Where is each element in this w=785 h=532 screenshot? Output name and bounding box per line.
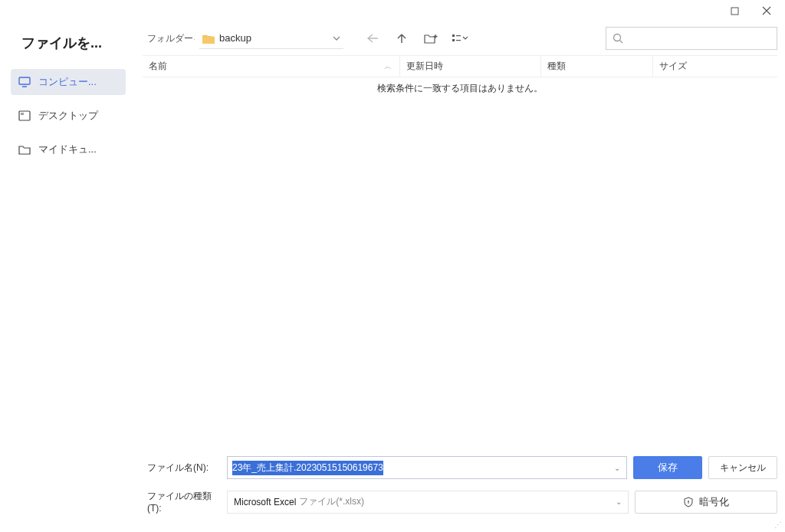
header-name[interactable]: 名前 ︿	[143, 56, 400, 77]
search-icon	[613, 33, 623, 44]
filetype-select[interactable]: Microsoft Excel ファイル(*.xlsx) ⌄	[227, 491, 629, 514]
svg-rect-3	[21, 113, 24, 115]
resize-grip[interactable]: ⋰	[774, 521, 782, 529]
sidebar-item-desktop[interactable]: デスクトップ	[11, 103, 126, 129]
cancel-button[interactable]: キャンセル	[708, 456, 777, 479]
maximize-button[interactable]	[719, 2, 750, 20]
desktop-icon	[18, 110, 31, 122]
svg-point-8	[614, 34, 621, 41]
search-box[interactable]	[606, 27, 777, 50]
svg-rect-5	[456, 35, 461, 36]
save-dialog: ファイルを... コンピュー... デスクトップ マイドキュ...	[0, 0, 785, 532]
save-button[interactable]: 保存	[633, 456, 702, 479]
chevron-down-icon: ⌄	[616, 498, 622, 506]
header-name-label: 名前	[149, 60, 167, 73]
search-input[interactable]	[628, 33, 770, 44]
path-dropdown[interactable]: backup	[199, 28, 343, 49]
encrypt-button[interactable]: 暗号化	[635, 491, 777, 514]
filename-row: ファイル名(N): 23年_売上集計.20230515150619673 ⌄ 保…	[147, 456, 777, 479]
folder-icon	[202, 33, 215, 44]
sidebar: ファイルを... コンピュー... デスクトップ マイドキュ...	[0, 21, 136, 532]
filetype-main: Microsoft Excel	[234, 497, 296, 507]
view-options-button[interactable]	[448, 28, 472, 49]
back-button[interactable]	[360, 28, 385, 49]
filename-value: 23年_売上集計.20230515150619673	[232, 461, 383, 475]
sort-caret-icon: ︿	[384, 61, 392, 72]
header-type[interactable]: 種類	[541, 56, 653, 77]
filetype-row: ファイルの種類(T): Microsoft Excel ファイル(*.xlsx)…	[147, 490, 777, 514]
form-area: ファイル名(N): 23年_売上集計.20230515150619673 ⌄ 保…	[136, 444, 777, 532]
svg-rect-7	[456, 40, 461, 41]
window-titlebar	[0, 0, 785, 21]
up-button[interactable]	[389, 28, 414, 49]
toolbar: フォルダーをえ backup	[136, 21, 777, 55]
header-type-label: 種類	[547, 60, 566, 73]
monitor-icon	[18, 76, 31, 88]
header-size[interactable]: サイズ	[653, 56, 777, 77]
filename-label: ファイル名(N):	[147, 461, 221, 475]
header-date-label: 更新日時	[406, 60, 443, 73]
empty-message: 検索条件に一致する項目はありません。	[143, 77, 777, 95]
sidebar-item-label: デスクトップ	[38, 109, 98, 123]
dialog-title: ファイルを...	[5, 29, 132, 63]
close-button[interactable]	[751, 2, 782, 20]
sidebar-item-label: マイドキュ...	[38, 143, 97, 156]
cancel-button-label: キャンセル	[720, 461, 766, 475]
chevron-down-icon: ⌄	[614, 464, 620, 472]
sidebar-item-documents[interactable]: マイドキュ...	[11, 136, 126, 163]
svg-rect-4	[452, 34, 455, 37]
shield-icon	[684, 497, 693, 507]
filename-input[interactable]: 23年_売上集計.20230515150619673 ⌄	[227, 456, 627, 479]
filetype-label: ファイルの種類(T):	[147, 490, 221, 514]
path-text: backup	[219, 32, 251, 44]
header-date[interactable]: 更新日時	[400, 56, 541, 77]
file-list: 名前 ︿ 更新日時 種類 サイズ 検索条件に一致する項目はありません。	[143, 55, 777, 444]
folder-label: フォルダーをえ	[147, 32, 195, 45]
svg-rect-2	[19, 111, 30, 120]
save-button-label: 保存	[658, 461, 678, 475]
header-size-label: サイズ	[659, 60, 687, 73]
sidebar-item-label: コンピュー...	[38, 75, 97, 89]
svg-rect-0	[731, 8, 738, 15]
column-headers: 名前 ︿ 更新日時 種類 サイズ	[143, 56, 777, 77]
dialog-body: ファイルを... コンピュー... デスクトップ マイドキュ...	[0, 21, 785, 532]
svg-rect-1	[19, 77, 30, 84]
svg-point-9	[688, 501, 689, 502]
sidebar-item-computer[interactable]: コンピュー...	[11, 69, 126, 95]
folder-icon	[18, 143, 31, 156]
new-folder-button[interactable]	[419, 28, 443, 49]
encrypt-button-label: 暗号化	[699, 495, 729, 509]
filetype-sub: ファイル(*.xlsx)	[299, 495, 364, 508]
svg-rect-6	[452, 39, 455, 41]
content-area: フォルダーをえ backup	[136, 21, 785, 532]
chevron-down-icon	[333, 36, 340, 41]
